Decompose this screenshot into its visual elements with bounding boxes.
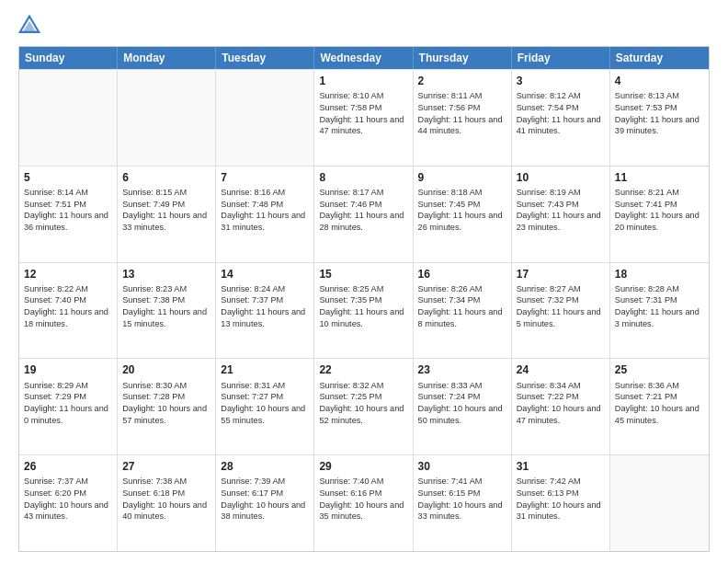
day-cell-18: 18Sunrise: 8:28 AM Sunset: 7:31 PM Dayli…	[610, 263, 709, 359]
day-cell-30: 30Sunrise: 7:41 AM Sunset: 6:15 PM Dayli…	[414, 455, 512, 551]
day-info: Sunrise: 8:34 AM Sunset: 7:22 PM Dayligh…	[517, 380, 605, 427]
day-number: 17	[517, 267, 605, 282]
col-header-saturday: Saturday	[610, 47, 709, 69]
day-info: Sunrise: 8:16 AM Sunset: 7:48 PM Dayligh…	[221, 187, 309, 234]
day-number: 14	[221, 267, 309, 282]
day-number: 24	[517, 362, 605, 377]
day-info: Sunrise: 8:11 AM Sunset: 7:56 PM Dayligh…	[418, 90, 506, 137]
calendar-week-1: 1Sunrise: 8:10 AM Sunset: 7:58 PM Daylig…	[19, 69, 709, 166]
day-info: Sunrise: 8:23 AM Sunset: 7:38 PM Dayligh…	[122, 283, 210, 330]
day-info: Sunrise: 8:27 AM Sunset: 7:32 PM Dayligh…	[517, 283, 605, 330]
logo	[18, 15, 44, 37]
day-info: Sunrise: 8:22 AM Sunset: 7:40 PM Dayligh…	[24, 283, 112, 330]
day-info: Sunrise: 8:14 AM Sunset: 7:51 PM Dayligh…	[24, 187, 112, 234]
day-cell-5: 5Sunrise: 8:14 AM Sunset: 7:51 PM Daylig…	[19, 167, 118, 262]
day-number: 22	[319, 362, 407, 377]
page: SundayMondayTuesdayWednesdayThursdayFrid…	[0, 0, 728, 563]
empty-cell	[610, 455, 709, 551]
day-cell-28: 28Sunrise: 7:39 AM Sunset: 6:17 PM Dayli…	[216, 455, 314, 551]
day-cell-22: 22Sunrise: 8:32 AM Sunset: 7:25 PM Dayli…	[314, 359, 413, 454]
day-info: Sunrise: 8:29 AM Sunset: 7:29 PM Dayligh…	[24, 380, 112, 427]
empty-cell	[118, 70, 216, 166]
day-number: 9	[418, 170, 506, 185]
day-number: 27	[122, 459, 210, 474]
day-info: Sunrise: 7:40 AM Sunset: 6:16 PM Dayligh…	[319, 476, 407, 523]
day-number: 2	[418, 74, 506, 88]
day-number: 29	[319, 459, 407, 474]
col-header-friday: Friday	[512, 47, 610, 69]
day-cell-24: 24Sunrise: 8:34 AM Sunset: 7:22 PM Dayli…	[512, 359, 610, 454]
day-cell-25: 25Sunrise: 8:36 AM Sunset: 7:21 PM Dayli…	[610, 359, 709, 454]
day-info: Sunrise: 7:39 AM Sunset: 6:17 PM Dayligh…	[221, 476, 309, 523]
day-cell-27: 27Sunrise: 7:38 AM Sunset: 6:18 PM Dayli…	[118, 455, 216, 551]
day-cell-20: 20Sunrise: 8:30 AM Sunset: 7:28 PM Dayli…	[118, 359, 216, 454]
empty-cell	[19, 70, 118, 166]
day-number: 1	[319, 74, 407, 88]
day-cell-15: 15Sunrise: 8:25 AM Sunset: 7:35 PM Dayli…	[314, 263, 413, 359]
day-info: Sunrise: 8:19 AM Sunset: 7:43 PM Dayligh…	[517, 187, 605, 234]
day-cell-4: 4Sunrise: 8:13 AM Sunset: 7:53 PM Daylig…	[610, 70, 709, 166]
day-number: 11	[615, 170, 704, 185]
day-cell-8: 8Sunrise: 8:17 AM Sunset: 7:46 PM Daylig…	[314, 167, 413, 262]
calendar-week-5: 26Sunrise: 7:37 AM Sunset: 6:20 PM Dayli…	[19, 454, 709, 551]
day-number: 4	[615, 74, 704, 88]
day-number: 20	[122, 362, 210, 377]
col-header-wednesday: Wednesday	[314, 47, 413, 69]
day-info: Sunrise: 7:38 AM Sunset: 6:18 PM Dayligh…	[122, 476, 210, 523]
day-cell-14: 14Sunrise: 8:24 AM Sunset: 7:37 PM Dayli…	[216, 263, 314, 359]
day-number: 18	[615, 267, 704, 282]
day-cell-6: 6Sunrise: 8:15 AM Sunset: 7:49 PM Daylig…	[118, 167, 216, 262]
calendar-week-4: 19Sunrise: 8:29 AM Sunset: 7:29 PM Dayli…	[19, 358, 709, 454]
day-number: 21	[221, 362, 309, 377]
day-info: Sunrise: 8:26 AM Sunset: 7:34 PM Dayligh…	[418, 283, 506, 330]
day-cell-3: 3Sunrise: 8:12 AM Sunset: 7:54 PM Daylig…	[512, 70, 610, 166]
day-number: 3	[517, 74, 605, 88]
header	[18, 15, 710, 37]
day-cell-16: 16Sunrise: 8:26 AM Sunset: 7:34 PM Dayli…	[414, 263, 512, 359]
day-cell-9: 9Sunrise: 8:18 AM Sunset: 7:45 PM Daylig…	[414, 167, 512, 262]
day-info: Sunrise: 8:32 AM Sunset: 7:25 PM Dayligh…	[319, 380, 407, 427]
day-info: Sunrise: 8:18 AM Sunset: 7:45 PM Dayligh…	[418, 187, 506, 234]
day-number: 13	[122, 267, 210, 282]
day-info: Sunrise: 7:37 AM Sunset: 6:20 PM Dayligh…	[24, 476, 112, 523]
day-number: 30	[418, 459, 506, 474]
calendar-header: SundayMondayTuesdayWednesdayThursdayFrid…	[19, 47, 709, 69]
day-number: 7	[221, 170, 309, 185]
day-cell-23: 23Sunrise: 8:33 AM Sunset: 7:24 PM Dayli…	[414, 359, 512, 454]
col-header-thursday: Thursday	[414, 47, 512, 69]
logo-icon	[18, 15, 40, 37]
calendar-week-3: 12Sunrise: 8:22 AM Sunset: 7:40 PM Dayli…	[19, 262, 709, 359]
day-info: Sunrise: 8:28 AM Sunset: 7:31 PM Dayligh…	[615, 283, 704, 330]
day-info: Sunrise: 7:42 AM Sunset: 6:13 PM Dayligh…	[517, 476, 605, 523]
day-info: Sunrise: 8:33 AM Sunset: 7:24 PM Dayligh…	[418, 380, 506, 427]
day-info: Sunrise: 8:12 AM Sunset: 7:54 PM Dayligh…	[517, 90, 605, 137]
day-cell-12: 12Sunrise: 8:22 AM Sunset: 7:40 PM Dayli…	[19, 263, 118, 359]
day-number: 26	[24, 459, 112, 474]
day-info: Sunrise: 8:36 AM Sunset: 7:21 PM Dayligh…	[615, 380, 704, 427]
day-info: Sunrise: 8:24 AM Sunset: 7:37 PM Dayligh…	[221, 283, 309, 330]
day-number: 15	[319, 267, 407, 282]
col-header-monday: Monday	[118, 47, 216, 69]
day-cell-26: 26Sunrise: 7:37 AM Sunset: 6:20 PM Dayli…	[19, 455, 118, 551]
col-header-sunday: Sunday	[19, 47, 118, 69]
empty-cell	[216, 70, 314, 166]
day-number: 5	[24, 170, 112, 185]
day-cell-13: 13Sunrise: 8:23 AM Sunset: 7:38 PM Dayli…	[118, 263, 216, 359]
day-number: 12	[24, 267, 112, 282]
day-number: 6	[122, 170, 210, 185]
day-info: Sunrise: 8:31 AM Sunset: 7:27 PM Dayligh…	[221, 380, 309, 427]
day-number: 31	[517, 459, 605, 474]
day-cell-21: 21Sunrise: 8:31 AM Sunset: 7:27 PM Dayli…	[216, 359, 314, 454]
day-number: 8	[319, 170, 407, 185]
day-info: Sunrise: 8:17 AM Sunset: 7:46 PM Dayligh…	[319, 187, 407, 234]
day-info: Sunrise: 8:30 AM Sunset: 7:28 PM Dayligh…	[122, 380, 210, 427]
calendar: SundayMondayTuesdayWednesdayThursdayFrid…	[18, 46, 710, 552]
day-cell-19: 19Sunrise: 8:29 AM Sunset: 7:29 PM Dayli…	[19, 359, 118, 454]
day-info: Sunrise: 8:10 AM Sunset: 7:58 PM Dayligh…	[319, 90, 407, 137]
col-header-tuesday: Tuesday	[216, 47, 314, 69]
day-info: Sunrise: 8:25 AM Sunset: 7:35 PM Dayligh…	[319, 283, 407, 330]
day-number: 16	[418, 267, 506, 282]
day-number: 10	[517, 170, 605, 185]
day-cell-2: 2Sunrise: 8:11 AM Sunset: 7:56 PM Daylig…	[414, 70, 512, 166]
day-cell-1: 1Sunrise: 8:10 AM Sunset: 7:58 PM Daylig…	[314, 70, 413, 166]
